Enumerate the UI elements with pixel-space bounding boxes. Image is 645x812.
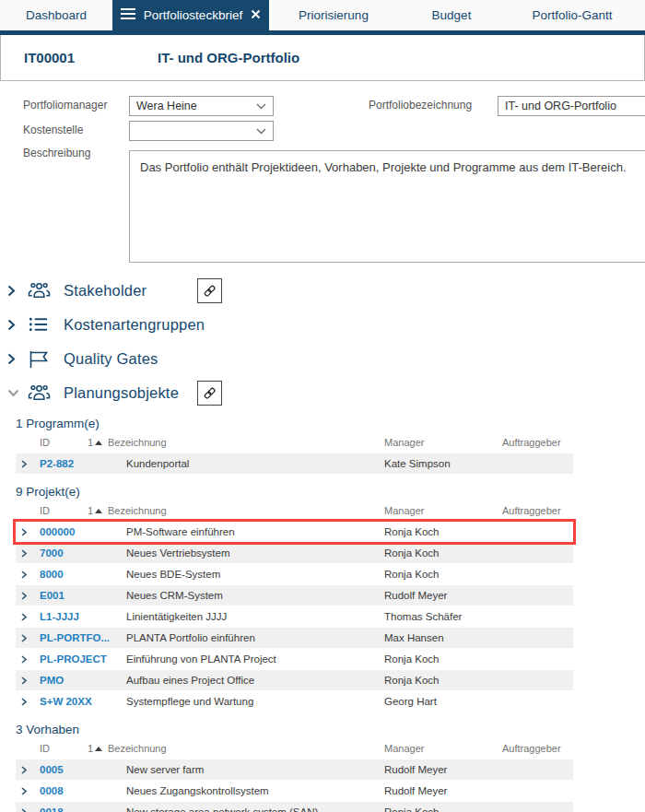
sort-indicator[interactable]: 1 bbox=[88, 437, 108, 448]
section-label: Planungsobjekte bbox=[64, 384, 179, 402]
row-name: Neues Zugangskontrollsystem bbox=[108, 785, 384, 796]
section-quality-gates[interactable]: Quality Gates bbox=[7, 346, 645, 371]
row-manager: Ronja Koch bbox=[384, 547, 502, 559]
flag-icon bbox=[28, 349, 53, 369]
table-row[interactable]: 0005 New server farm Rudolf Meyer bbox=[16, 759, 573, 780]
section-planungsobjekte[interactable]: Planungsobjekte bbox=[7, 380, 645, 406]
sort-indicator[interactable]: 1 bbox=[88, 505, 108, 516]
row-manager: Ronja Koch bbox=[384, 675, 502, 686]
expand-row-icon[interactable] bbox=[16, 698, 40, 706]
chevron-right-icon[interactable] bbox=[7, 319, 22, 331]
column-header-id[interactable]: ID bbox=[40, 743, 88, 754]
row-id-link[interactable]: PMO bbox=[40, 675, 88, 686]
section-stakeholder[interactable]: Stakeholder bbox=[7, 277, 645, 303]
hamburger-menu-icon[interactable] bbox=[121, 8, 135, 22]
column-header-bezeichnung[interactable]: Bezeichnung bbox=[108, 437, 384, 448]
column-header-manager[interactable]: Manager bbox=[384, 505, 502, 516]
row-id-link[interactable]: 7000 bbox=[40, 547, 88, 559]
kostenstelle-label: Kostenstelle bbox=[23, 124, 83, 136]
expand-row-icon[interactable] bbox=[16, 634, 40, 642]
sort-indicator[interactable]: 1 bbox=[88, 743, 108, 754]
column-header-auftraggeber[interactable]: Auftraggeber bbox=[502, 437, 573, 448]
tab-dashboard[interactable]: Dashboard bbox=[0, 0, 112, 30]
column-header-id[interactable]: ID bbox=[40, 505, 88, 516]
chevron-down-icon[interactable] bbox=[7, 389, 22, 397]
table-header: ID 1 Bezeichnung Manager Auftraggeber bbox=[16, 504, 573, 517]
close-tab-icon[interactable] bbox=[251, 8, 261, 22]
chevron-right-icon[interactable] bbox=[7, 353, 22, 365]
tab-portfoliosteckbrief[interactable]: Portfoliosteckbrief bbox=[112, 0, 269, 30]
table-row[interactable]: PL-PORTFO... PLANTA Portfolio einführen … bbox=[16, 628, 573, 648]
table-header: ID 1 Bezeichnung Manager Auftraggeber bbox=[16, 742, 573, 755]
row-name: Neues Vertriebsystem bbox=[108, 547, 384, 559]
table-row[interactable]: E001 Neues CRM-System Rudolf Meyer bbox=[16, 585, 573, 606]
tab-priorisierung[interactable]: Priorisierung bbox=[269, 0, 398, 30]
planning-objects-area: 1 Programm(e) ID 1 Bezeichnung Manager A… bbox=[16, 417, 573, 812]
people-group-icon bbox=[28, 280, 53, 300]
table-row[interactable]: 8000 Neues BDE-System Ronja Koch bbox=[16, 564, 573, 584]
tab-budget[interactable]: Budget bbox=[398, 0, 505, 30]
tab-label: Priorisierung bbox=[299, 8, 369, 22]
group-programme: 1 Programm(e) ID 1 Bezeichnung Manager A… bbox=[16, 417, 573, 474]
beschreibung-textarea[interactable]: Das Portfolio enthält Projektideen, Vorh… bbox=[129, 150, 645, 263]
tab-portfolio-gantt[interactable]: Portfolio-Gantt bbox=[505, 0, 639, 30]
column-header-auftraggeber[interactable]: Auftraggeber bbox=[502, 505, 573, 516]
section-label: Kostenartengruppen bbox=[64, 316, 205, 334]
table-row[interactable]: 7000 Neues Vertriebsystem Ronja Koch bbox=[16, 543, 573, 563]
expand-row-icon[interactable] bbox=[16, 808, 40, 812]
row-id-link[interactable]: L1-JJJJ bbox=[40, 611, 88, 622]
column-header-bezeichnung[interactable]: Bezeichnung bbox=[108, 743, 384, 754]
row-manager: Ronja Koch bbox=[384, 653, 502, 665]
expand-row-icon[interactable] bbox=[16, 787, 40, 795]
row-manager: Ronja Koch bbox=[384, 526, 502, 537]
table-row[interactable]: PMO Aufbau eines Project Office Ronja Ko… bbox=[16, 670, 573, 690]
row-manager: Rudolf Meyer bbox=[384, 785, 502, 796]
row-id-link[interactable]: E001 bbox=[40, 590, 88, 601]
portfoliobezeichnung-input[interactable] bbox=[498, 96, 645, 116]
column-header-manager[interactable]: Manager bbox=[384, 437, 502, 448]
expand-row-icon[interactable] bbox=[16, 460, 40, 468]
row-id-link[interactable]: PL-PORTFO... bbox=[40, 632, 88, 643]
portfoliomanager-label: Portfoliomanager bbox=[23, 99, 107, 112]
row-id-link[interactable]: 0008 bbox=[40, 785, 88, 796]
row-id-link[interactable]: PL-PROJECT bbox=[40, 653, 88, 665]
tab-label: Dashboard bbox=[26, 8, 87, 22]
column-header-id[interactable]: ID bbox=[40, 437, 88, 448]
section-label: Stakeholder bbox=[64, 282, 147, 300]
link-button[interactable] bbox=[197, 278, 222, 303]
table-row[interactable]: PL-PROJECT Einführung von PLANTA Project… bbox=[16, 649, 573, 669]
section-kostenartengruppen[interactable]: Kostenartengruppen bbox=[7, 312, 645, 337]
row-id-link[interactable]: 0018 bbox=[40, 806, 88, 812]
kostenstelle-select[interactable] bbox=[129, 121, 274, 141]
portfoliomanager-select[interactable]: Wera Heine bbox=[129, 96, 274, 116]
row-id-link[interactable]: P2-882 bbox=[40, 458, 88, 469]
group-title: 3 Vorhaben bbox=[16, 723, 573, 736]
portfoliobezeichnung-label: Portfoliobezeichnung bbox=[369, 99, 472, 112]
row-id-link[interactable]: 000000 bbox=[40, 526, 88, 537]
link-button[interactable] bbox=[197, 381, 222, 406]
expand-row-icon[interactable] bbox=[16, 655, 40, 664]
table-row[interactable]: 0008 Neues Zugangskontrollsystem Rudolf … bbox=[16, 781, 573, 801]
column-header-manager[interactable]: Manager bbox=[384, 743, 502, 754]
expand-row-icon[interactable] bbox=[16, 766, 40, 774]
table-row[interactable]: P2-882 Kundenportal Kate Simpson bbox=[16, 453, 573, 474]
expand-row-icon[interactable] bbox=[16, 571, 40, 579]
row-id-link[interactable]: 8000 bbox=[40, 569, 88, 580]
table-row[interactable]: 0018 New storage area network system (SA… bbox=[16, 802, 573, 812]
table-row[interactable]: L1-JJJJ Linientätigkeiten JJJJ Thomas Sc… bbox=[16, 606, 573, 627]
tab-label: Budget bbox=[432, 8, 472, 22]
table-row-highlighted[interactable]: 000000 PM-Software einführen Ronja Koch bbox=[16, 522, 573, 542]
table-row[interactable]: S+W 20XX Systempflege und Wartung Georg … bbox=[16, 691, 573, 712]
group-title: 9 Projekt(e) bbox=[16, 485, 573, 499]
row-id-link[interactable]: S+W 20XX bbox=[40, 696, 88, 707]
expand-row-icon[interactable] bbox=[16, 549, 40, 558]
expand-row-icon[interactable] bbox=[16, 613, 40, 621]
chevron-right-icon[interactable] bbox=[7, 285, 22, 297]
expand-row-icon[interactable] bbox=[16, 677, 40, 685]
column-header-bezeichnung[interactable]: Bezeichnung bbox=[108, 505, 384, 516]
expand-row-icon[interactable] bbox=[16, 592, 40, 600]
row-id-link[interactable]: 0005 bbox=[40, 764, 88, 775]
expand-row-icon[interactable] bbox=[16, 528, 40, 536]
row-name: Aufbau eines Project Office bbox=[108, 675, 384, 686]
column-header-auftraggeber[interactable]: Auftraggeber bbox=[502, 743, 573, 754]
